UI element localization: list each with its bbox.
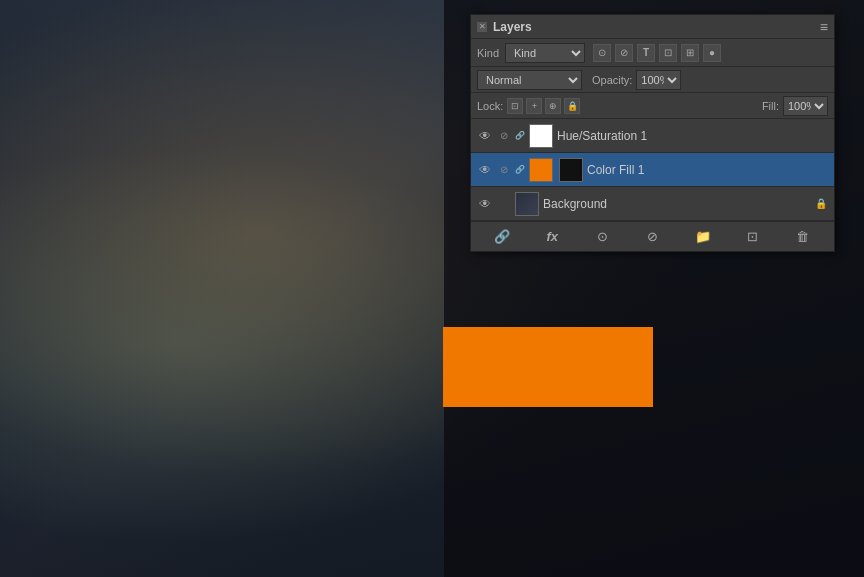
layer-visibility-toggle[interactable]: 👁 bbox=[477, 196, 493, 212]
lock-row: Lock: ⊡ + ⊕ 🔒 Fill: 100% 75% 50% bbox=[471, 93, 834, 119]
layer-item[interactable]: 👁 ⊘ 🔗 Hue/Saturation 1 bbox=[471, 119, 834, 153]
create-layer-button[interactable]: ⊡ bbox=[743, 227, 763, 247]
kind-select[interactable]: Kind Name Effect Mode Attribute Color bbox=[505, 43, 585, 63]
opacity-label: Opacity: bbox=[592, 74, 632, 86]
panel-toolbar: 🔗 fx ⊙ ⊘ 📁 ⊡ 🗑 bbox=[471, 221, 834, 251]
shape-filter-icon[interactable]: ⊡ bbox=[659, 44, 677, 62]
opacity-select[interactable]: 100% 75% 50% 25% 0% bbox=[636, 70, 681, 90]
layer-item[interactable]: 👁 ⊘ 🔗 Color Fill 1 bbox=[471, 153, 834, 187]
layer-thumbnail bbox=[529, 124, 553, 148]
smart-filter-icon[interactable]: ⊞ bbox=[681, 44, 699, 62]
layer-chain-icon: 🔗 bbox=[515, 131, 525, 141]
pixel-filter-icon[interactable]: ⊙ bbox=[593, 44, 611, 62]
panel-title-left: ✕ Layers bbox=[477, 20, 532, 34]
artboard-filter-icon[interactable]: ● bbox=[703, 44, 721, 62]
kind-icons: ⊙ ⊘ T ⊡ ⊞ ● bbox=[593, 44, 721, 62]
layer-chain-icon: 🔗 bbox=[515, 165, 525, 175]
delete-layer-button[interactable]: 🗑 bbox=[793, 227, 813, 247]
fill-select[interactable]: 100% 75% 50% bbox=[783, 96, 828, 116]
layer-name: Hue/Saturation 1 bbox=[557, 129, 828, 143]
add-mask-button[interactable]: ⊙ bbox=[592, 227, 612, 247]
layer-fx-icon: ⊘ bbox=[497, 129, 511, 143]
lock-all-icon[interactable]: 🔒 bbox=[564, 98, 580, 114]
add-fx-button[interactable]: fx bbox=[542, 227, 562, 247]
lock-icons: ⊡ + ⊕ 🔒 bbox=[507, 98, 580, 114]
layer-spacer bbox=[497, 197, 511, 211]
layer-name: Background bbox=[543, 197, 810, 211]
layers-list: 👁 ⊘ 🔗 Hue/Saturation 1 👁 ⊘ 🔗 Color Fill … bbox=[471, 119, 834, 221]
create-group-button[interactable]: 📁 bbox=[693, 227, 713, 247]
layers-panel: ✕ Layers ≡ Kind Kind Name Effect Mode At… bbox=[470, 14, 835, 252]
layer-thumbnail bbox=[529, 158, 553, 182]
add-adjustment-button[interactable]: ⊘ bbox=[642, 227, 662, 247]
kind-label: Kind bbox=[477, 47, 499, 59]
panel-title: Layers bbox=[493, 20, 532, 34]
layer-mask-thumbnail bbox=[559, 158, 583, 182]
lock-label: Lock: bbox=[477, 100, 503, 112]
layer-fx-icon: ⊘ bbox=[497, 163, 511, 177]
layer-name: Color Fill 1 bbox=[587, 163, 828, 177]
link-layers-button[interactable]: 🔗 bbox=[492, 227, 512, 247]
adjustment-filter-icon[interactable]: ⊘ bbox=[615, 44, 633, 62]
layer-lock-icon: 🔒 bbox=[814, 197, 828, 211]
type-filter-icon[interactable]: T bbox=[637, 44, 655, 62]
panel-menu-button[interactable]: ≡ bbox=[820, 19, 828, 35]
layer-visibility-toggle[interactable]: 👁 bbox=[477, 162, 493, 178]
fill-label: Fill: bbox=[762, 100, 779, 112]
lock-artboard-icon[interactable]: ⊕ bbox=[545, 98, 561, 114]
layer-visibility-toggle[interactable]: 👁 bbox=[477, 128, 493, 144]
kind-row: Kind Kind Name Effect Mode Attribute Col… bbox=[471, 39, 834, 67]
blend-row: Normal Dissolve Multiply Screen Overlay … bbox=[471, 67, 834, 93]
panel-close-button[interactable]: ✕ bbox=[477, 22, 487, 32]
blend-mode-select[interactable]: Normal Dissolve Multiply Screen Overlay bbox=[477, 70, 582, 90]
color-fill-orange bbox=[443, 327, 653, 407]
lock-pixels-icon[interactable]: ⊡ bbox=[507, 98, 523, 114]
lock-position-icon[interactable]: + bbox=[526, 98, 542, 114]
panel-titlebar: ✕ Layers ≡ bbox=[471, 15, 834, 39]
layer-item[interactable]: 👁 Background 🔒 bbox=[471, 187, 834, 221]
layer-thumbnail bbox=[515, 192, 539, 216]
